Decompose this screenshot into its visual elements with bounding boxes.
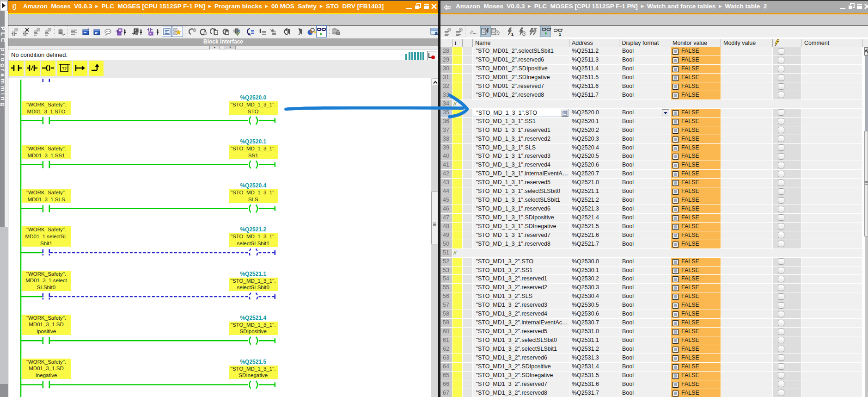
svg-text://...: //...	[470, 29, 477, 35]
svg-text:1: 1	[511, 32, 513, 36]
svg-text:1: 1	[559, 32, 561, 36]
svg-text:??: ??	[62, 66, 67, 71]
